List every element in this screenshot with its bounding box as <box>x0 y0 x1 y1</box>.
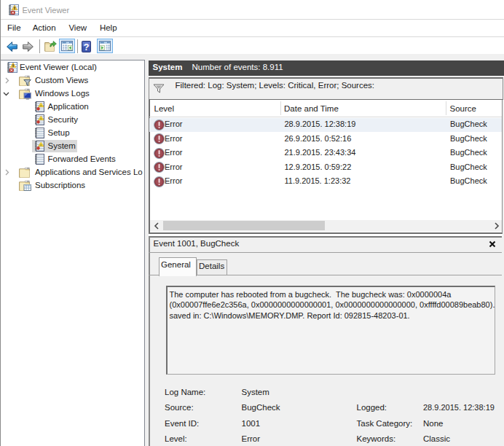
svg-text:?: ? <box>84 42 90 52</box>
